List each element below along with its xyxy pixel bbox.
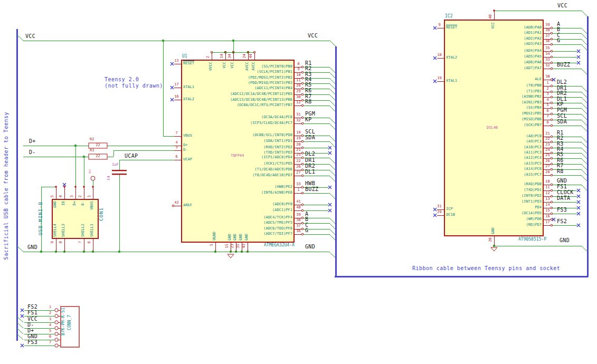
net-label: DL1 (305, 169, 315, 175)
pin-number: 19 (295, 137, 302, 140)
no-connect-x (328, 186, 331, 189)
no-connect-x (328, 203, 331, 206)
pin-number: 9 (435, 23, 443, 27)
bus-entry (581, 158, 587, 164)
pin-name: (AD0)PA0 (524, 26, 542, 30)
net-label: R2 (305, 66, 312, 71)
pin-number: 29 (295, 90, 302, 93)
pin-name: (AIN0)PB2 (522, 95, 542, 99)
bus-entry (329, 72, 335, 78)
pin-name: SHELL3 (62, 224, 65, 237)
gnd-symbol (228, 254, 234, 258)
pin-number: 26 (544, 159, 551, 163)
no-connect-x (577, 50, 580, 53)
pin-number: 17 (544, 221, 551, 224)
no-connect-x (328, 146, 331, 149)
junction (214, 251, 216, 253)
pin-name: (A10)PC2 (524, 146, 542, 149)
pin-number: 15 (225, 244, 229, 248)
bus-entry (329, 193, 335, 199)
no-connect-x (21, 309, 24, 312)
pin-end (301, 192, 304, 194)
pin-number: 1 (48, 305, 53, 309)
bus-entry (329, 176, 335, 181)
pin-name: (ADC13/OC1B/OC4B/PCINT13)PB6 (230, 98, 292, 102)
pin-number: 40 (489, 14, 492, 18)
bus-entry (581, 103, 587, 109)
pin-name: (RXD/INT2)PD2 (263, 146, 292, 149)
no-connect-x (21, 309, 24, 312)
pin-number: 33 (544, 58, 551, 62)
pin-number: 27 (544, 165, 551, 168)
bus-entry (581, 164, 587, 170)
bus-entry (581, 28, 587, 34)
pin-end (551, 174, 553, 176)
vcc-power-flag-label: VCC (89, 169, 91, 174)
pin-number: 7 (544, 115, 551, 119)
pin-name: (XCK1/CTS)PD5 (263, 162, 292, 166)
pin-number: 24 (544, 148, 551, 152)
pin-name: (T0/OC4D/ADC10)PD7 (252, 174, 292, 177)
pin-end (253, 51, 255, 53)
no-connect-x (21, 314, 24, 318)
con1-ref: CON1 (99, 207, 104, 221)
no-connect-x (328, 209, 331, 212)
pin-name: SHELL1 (90, 224, 94, 237)
pin-number: 37 (295, 224, 302, 228)
net-label: B (305, 217, 308, 222)
net-label: KP (557, 102, 564, 107)
pin-name: (A13)PC5 (524, 162, 542, 166)
pin-end (551, 224, 553, 226)
bus-entry (17, 246, 23, 252)
junction (92, 251, 94, 253)
pin-number: 11 (295, 79, 302, 82)
pin-end (247, 51, 249, 53)
pin-number: 15 (544, 209, 551, 213)
pin-name: RESET (446, 26, 457, 30)
bus-entry (581, 175, 587, 181)
r2-value: 22 (89, 143, 107, 147)
bus-entry (329, 158, 335, 164)
pin-number: 3 (544, 92, 551, 96)
net-label: BUZZ (305, 187, 318, 192)
pin-number: 26 (295, 165, 302, 169)
pin-name: SHELL4 (53, 224, 57, 237)
net-label: DATA (557, 196, 570, 201)
net-label: R7 (557, 163, 564, 168)
junction (162, 40, 164, 42)
pin-number: 10 (544, 180, 551, 184)
connector-pin-circle (55, 332, 58, 336)
pin-end (301, 233, 304, 235)
r2-ref: R2 (90, 138, 94, 141)
pin-name: OC1B (446, 213, 455, 217)
vcc-power-flag (91, 176, 95, 180)
net-label: R5 (305, 82, 312, 88)
pin-name: (HWB)PE2 (274, 185, 292, 189)
net-label: GND (27, 245, 37, 250)
pin-name: (SS/PCINT0)PB0 (261, 65, 292, 69)
pin-name: (RXD)PD0 (524, 183, 542, 186)
pin-name: (TXD/INT3)PD3 (263, 151, 292, 155)
junction (118, 251, 120, 253)
connector-pin-circle (55, 321, 58, 324)
no-connect-x (577, 61, 580, 64)
pin-number: 6 (173, 155, 181, 159)
pin-name: (A14)PC6 (524, 167, 542, 171)
pin-name: (MISO)PB6 (522, 118, 542, 121)
no-connect-x (577, 195, 580, 198)
pin-name: D- (183, 148, 187, 152)
pin-name: (AD4)PA4 (524, 49, 542, 53)
bus-entry (581, 92, 587, 98)
pin-number: 28 (295, 84, 302, 88)
net-label: R8 (557, 169, 564, 174)
pin-number: 35 (236, 244, 240, 248)
pin-name: UVCC (209, 62, 213, 71)
pin-name: (INT0)PD2 (522, 194, 542, 198)
net-label: DR1 (305, 158, 315, 163)
pin-end (211, 51, 213, 53)
bus-entry (581, 120, 587, 126)
net-label: VCC (25, 34, 35, 39)
pin-name: VBUS (183, 134, 192, 138)
bus-entry (581, 142, 587, 148)
ic2-package: DIL40 (487, 126, 498, 130)
